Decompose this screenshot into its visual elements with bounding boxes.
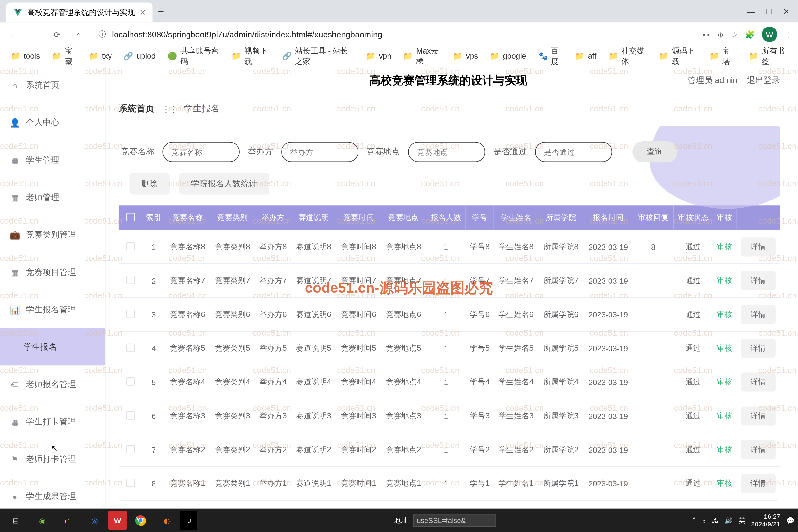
bookmark-item[interactable]: 🟢共享账号密码 — [163, 43, 225, 69]
bookmark-item[interactable]: 📁vps — [448, 50, 482, 63]
row-checkbox[interactable] — [126, 444, 135, 453]
sidebar-item[interactable]: 💼竞赛类别管理 — [0, 216, 105, 253]
detail-button[interactable]: 详情 — [741, 339, 776, 358]
window-close-icon[interactable]: ✕ — [783, 7, 790, 16]
bookmark-item[interactable]: 📁txy — [84, 50, 116, 63]
home-button[interactable]: ⌂ — [70, 26, 87, 42]
audit-link[interactable]: 审核 — [717, 411, 733, 420]
url-field[interactable]: ⓘ localhost:8080/springboot9pi7u/admin/d… — [92, 26, 698, 43]
filter-input[interactable] — [281, 142, 359, 162]
bookmark-item[interactable]: 🔗站长工具 - 站长之家 — [278, 43, 359, 69]
bookmark-item[interactable]: 📁宝塔 — [705, 43, 739, 69]
stats-button[interactable]: 学院报名人数统计 — [179, 173, 269, 194]
tray-icon[interactable]: ⬨ — [702, 517, 706, 524]
audit-link[interactable]: 审核 — [717, 445, 733, 454]
detail-button[interactable]: 详情 — [741, 373, 776, 392]
tray-notification-icon[interactable]: 💬 — [786, 516, 795, 524]
sidebar-item[interactable]: ▦学生打卡管理 — [0, 403, 105, 440]
sidebar-item[interactable]: 📊学生报名管理 — [0, 291, 105, 328]
audit-link[interactable]: 审核 — [717, 276, 733, 285]
detail-button[interactable]: 详情 — [741, 406, 776, 425]
detail-button[interactable]: 详情 — [741, 271, 776, 290]
row-checkbox[interactable] — [126, 276, 135, 284]
zoom-icon[interactable]: ⊕ — [717, 30, 724, 39]
taskbar-clock[interactable]: 16:27 2024/9/21 — [751, 512, 780, 528]
sidebar-item[interactable]: ▦老师管理 — [0, 178, 105, 216]
reload-button[interactable]: ⟳ — [49, 26, 65, 42]
sidebar-item[interactable]: ⚑老师打卡管理 — [0, 440, 105, 477]
sidebar-item[interactable]: 👤个人中心 — [0, 104, 105, 141]
bookmark-item[interactable]: 📁宝藏 — [47, 43, 82, 69]
row-checkbox[interactable] — [126, 478, 135, 487]
audit-link[interactable]: 审核 — [717, 479, 733, 488]
tray-battery-icon[interactable]: 🖧 — [712, 517, 719, 524]
tray-up-icon[interactable]: ˄ — [692, 516, 696, 524]
logout-link[interactable]: 退出登录 — [747, 75, 780, 86]
taskbar: ⊞ ◉ 🗀 ◎ W ◐ IJ 地址 ˄ ⬨ 🖧 🔊 英 16:27 2024/9… — [0, 509, 798, 532]
taskbar-app-generic1[interactable]: ◐ — [154, 511, 179, 530]
audit-link[interactable]: 审核 — [717, 378, 733, 386]
taskbar-app-idea[interactable]: IJ — [180, 511, 197, 530]
bookmark-item[interactable]: 📁google — [485, 50, 531, 63]
browser-tab[interactable]: 高校竞赛管理系统的设计与实现 × — [6, 2, 153, 22]
sidebar-item[interactable]: ⌂系统首页 — [0, 66, 105, 104]
bookmark-item[interactable]: 🐾百度 — [533, 43, 568, 69]
bookmark-item[interactable]: 📁tools — [6, 50, 45, 63]
window-maximize-icon[interactable]: ☐ — [765, 7, 772, 16]
bookmark-item[interactable]: 📁aff — [570, 50, 601, 63]
site-info-icon[interactable]: ⓘ — [98, 29, 106, 40]
sidebar-item[interactable]: ▦学生管理 — [0, 141, 105, 178]
detail-button[interactable]: 详情 — [741, 474, 776, 493]
tray-ime[interactable]: 英 — [739, 516, 745, 525]
row-checkbox[interactable] — [126, 377, 135, 385]
breadcrumb-home[interactable]: 系统首页 — [119, 103, 154, 115]
filter-input[interactable] — [163, 142, 240, 162]
sidebar-item[interactable]: ●学生成果管理 — [0, 477, 105, 508]
audit-link[interactable]: 审核 — [717, 310, 733, 319]
query-button[interactable]: 查询 — [632, 141, 677, 163]
star-icon[interactable]: ☆ — [731, 30, 738, 39]
delete-button[interactable]: 删除 — [129, 173, 169, 194]
close-tab-icon[interactable]: × — [140, 7, 146, 18]
sidebar-item[interactable]: 学生报名 — [0, 328, 105, 365]
detail-button[interactable]: 详情 — [741, 440, 776, 459]
detail-button[interactable]: 详情 — [741, 305, 776, 324]
taskbar-app-wps[interactable]: W — [108, 511, 127, 530]
bookmark-all[interactable]: 📁所有书签 — [744, 43, 792, 69]
bookmark-item[interactable]: 📁Max云梯 — [398, 43, 446, 69]
row-checkbox[interactable] — [126, 411, 135, 419]
audit-link[interactable]: 审核 — [717, 344, 733, 353]
bookmark-item[interactable]: 📁vpn — [361, 50, 396, 63]
bookmark-item[interactable]: 📁视频下载 — [227, 43, 275, 69]
taskbar-app-browser[interactable]: ◎ — [82, 511, 107, 530]
start-button[interactable]: ⊞ — [3, 511, 28, 530]
taskbar-app-edge[interactable]: ◉ — [30, 511, 55, 530]
filter-input[interactable] — [535, 142, 612, 162]
taskbar-app-chrome[interactable] — [128, 511, 153, 530]
bookmark-item[interactable]: 📁源码下载 — [654, 43, 702, 69]
row-checkbox[interactable] — [126, 309, 135, 318]
menu-icon[interactable]: ⋮ — [784, 30, 792, 39]
bookmark-item[interactable]: 📁社交媒体 — [604, 43, 652, 69]
back-button[interactable]: ← — [6, 26, 22, 42]
row-checkbox[interactable] — [126, 242, 135, 250]
bookmark-icon: 📁 — [231, 52, 241, 60]
password-icon[interactable]: ⊶ — [702, 30, 710, 39]
taskbar-app-explorer[interactable]: 🗀 — [56, 511, 81, 530]
sidebar-item[interactable]: ▦竞赛项目管理 — [0, 253, 105, 291]
table-header: 报名人数 — [426, 205, 466, 230]
taskbar-center-input[interactable] — [413, 514, 496, 527]
extensions-icon[interactable]: 🧩 — [745, 30, 755, 39]
filter-input[interactable] — [408, 142, 486, 162]
detail-button[interactable]: 详情 — [741, 237, 776, 256]
bookmark-item[interactable]: 🔗uplod — [119, 50, 160, 63]
window-minimize-icon[interactable]: — — [747, 7, 755, 16]
profile-avatar[interactable]: W — [762, 26, 777, 42]
new-tab-button[interactable]: + — [153, 5, 169, 17]
audit-link[interactable]: 审核 — [717, 242, 733, 251]
tray-volume-icon[interactable]: 🔊 — [724, 516, 733, 524]
current-user[interactable]: 管理员 admin — [687, 75, 737, 86]
select-all-checkbox[interactable] — [126, 213, 135, 221]
row-checkbox[interactable] — [126, 343, 135, 352]
sidebar-item[interactable]: 🏷老师报名管理 — [0, 365, 105, 403]
